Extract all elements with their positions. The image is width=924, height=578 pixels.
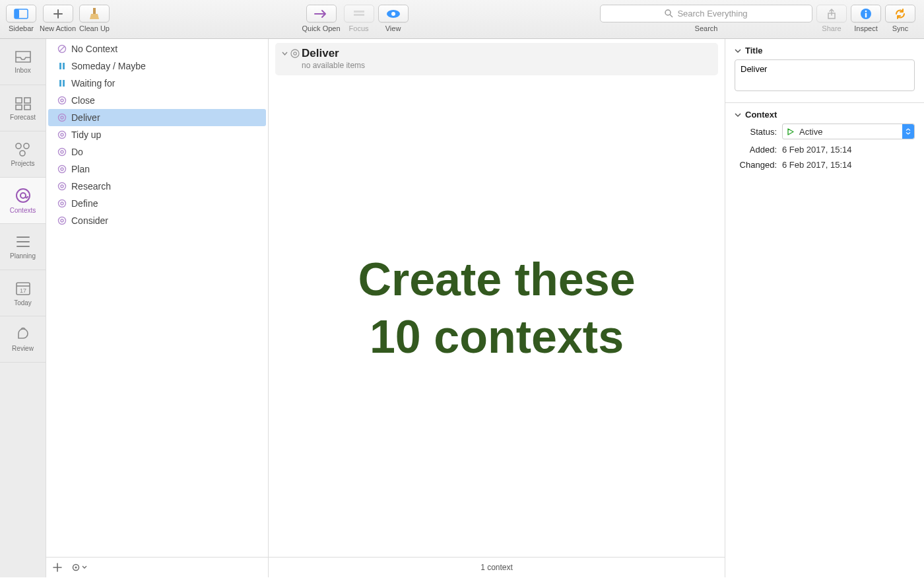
info-icon [860,8,872,20]
tb-group-clean-up: Clean Up [79,5,110,32]
projects-icon [15,142,32,157]
svg-point-38 [61,185,63,188]
svg-point-32 [61,133,63,136]
rail-inbox[interactable]: Inbox [0,39,46,85]
svg-point-30 [61,116,63,119]
search-label: Search [695,24,718,32]
focus-button[interactable] [344,5,374,22]
rail-today-label: Today [14,299,32,307]
chevron-down-icon [82,565,87,569]
svg-rect-12 [16,98,22,103]
rail-review[interactable]: Review [0,316,46,363]
svg-rect-3 [354,11,364,13]
status-label: Status: [735,127,777,137]
clean-up-button-label: Clean Up [79,24,110,32]
context-row-label: Do [71,147,83,157]
rail-contexts[interactable]: Contexts [0,178,46,224]
view-button[interactable] [378,5,409,22]
svg-point-31 [59,131,66,139]
context-row[interactable]: Waiting for [48,75,266,92]
context-row[interactable]: Someday / Maybe [48,57,266,75]
context-row-label: Deliver [71,112,100,123]
search-placeholder: Search Everything [677,9,747,18]
inspector-title-field[interactable] [735,59,915,91]
annotation-line-2: 10 contexts [358,308,635,367]
inspector-title-label: Title [745,46,763,55]
svg-rect-1 [15,9,19,18]
context-row[interactable]: Define [48,195,266,212]
new-action-button[interactable] [43,5,73,22]
sync-icon [894,8,906,20]
added-value: 6 Feb 2017, 15:14 [782,145,852,155]
svg-point-6 [391,12,395,16]
context-row[interactable]: Close [48,92,266,109]
clean-up-button[interactable] [79,5,110,22]
svg-point-35 [59,166,66,173]
eye-icon [386,9,401,18]
sync-button-label: Sync [892,24,908,32]
context-type-icon [57,96,67,105]
new-action-button-label: New Action [40,24,76,32]
plus-icon [53,9,63,19]
context-row[interactable]: Tidy up [48,126,266,143]
share-button[interactable] [816,5,847,22]
inspector-context-header[interactable]: Context [735,110,915,120]
content-header[interactable]: Deliver no available items [275,43,718,75]
svg-point-39 [59,200,66,207]
sidebar-toggle-icon [14,9,28,19]
play-icon [787,128,794,135]
context-list-footer [46,557,268,577]
context-type-icon [57,130,67,139]
at-icon [290,49,300,58]
svg-rect-13 [24,98,30,103]
svg-point-18 [20,151,25,156]
rail-planning[interactable]: Planning [0,224,46,270]
context-type-icon [57,182,67,191]
context-type-icon [57,61,67,71]
context-list-column: No ContextSomeday / MaybeWaiting forClos… [46,39,269,577]
rail-review-label: Review [12,345,34,352]
changed-value: 6 Feb 2017, 15:14 [782,160,852,170]
rail-planning-label: Planning [10,252,36,260]
context-row-label: Close [71,95,95,106]
inspector-title-header[interactable]: Title [735,46,915,55]
inspect-button[interactable] [851,5,881,22]
rail-forecast[interactable]: Forecast [0,85,46,131]
context-type-icon [57,147,67,157]
calendar-day-number: 17 [19,287,26,294]
search-icon [665,9,673,18]
quick-open-button-label: Quick Open [302,24,340,32]
tb-group-new-action: New Action [40,5,76,32]
context-row[interactable]: Do [48,143,266,161]
context-row-label: Research [71,181,111,192]
context-list: No ContextSomeday / MaybeWaiting forClos… [46,39,268,577]
context-row[interactable]: Consider [48,212,266,229]
content-header-disclosure[interactable] [282,49,300,58]
annotation-overlay: Create these 10 contexts [358,250,635,366]
svg-point-41 [59,217,66,225]
add-context-button[interactable] [53,563,62,572]
context-row[interactable]: Deliver [48,109,266,126]
rail-projects[interactable]: Projects [0,131,46,178]
status-select[interactable]: Active [782,124,915,139]
rail-today[interactable]: 17 Today [0,270,46,316]
context-type-icon [57,44,67,54]
chevron-down-icon [735,48,741,54]
svg-point-28 [61,99,63,102]
review-icon [15,327,31,342]
context-row[interactable]: Research [48,178,266,195]
quick-open-icon [314,9,329,18]
forecast-icon [15,96,31,110]
svg-point-42 [61,219,63,222]
sidebar-button[interactable] [6,5,36,22]
context-row[interactable]: Plan [48,161,266,178]
sync-button[interactable] [885,5,915,22]
context-row[interactable]: No Context [48,40,266,57]
context-gear-button[interactable] [71,563,87,572]
svg-point-16 [16,143,21,149]
chevron-down-icon [282,51,288,57]
context-row-label: Tidy up [71,129,101,140]
context-row-label: No Context [71,44,117,54]
search-input[interactable]: Search Everything [600,5,812,22]
quick-open-button[interactable] [306,5,337,22]
